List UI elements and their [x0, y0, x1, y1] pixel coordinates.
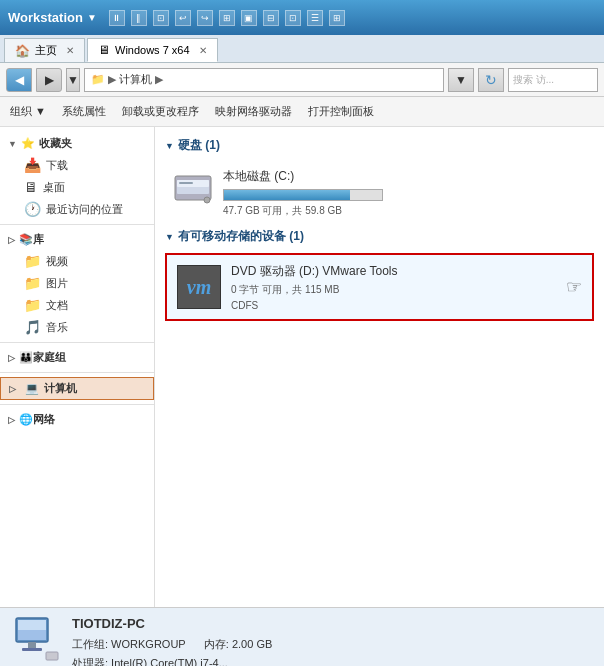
sidebar-item-downloads[interactable]: 📥 下载: [0, 154, 154, 176]
favorites-collapse-icon: ▼: [8, 139, 17, 149]
pc-name: TIOTDIZ-PC: [72, 613, 272, 635]
path-arrow: ▶: [108, 73, 116, 86]
status-bar: TIOTDIZ-PC 工作组: WORKGROUP 内存: 2.00 GB 处理…: [0, 607, 604, 666]
btn7[interactable]: ▣: [241, 10, 257, 26]
processor-info: 处理器: Intel(R) Core(TM) i7-4...: [72, 654, 272, 666]
toolbar: 组织 ▼ 系统属性 卸载或更改程序 映射网络驱动器 打开控制面板: [0, 97, 604, 127]
search-placeholder: 搜索 访...: [513, 73, 554, 87]
cursor-hint: ☞: [566, 276, 582, 298]
music-label: 音乐: [46, 320, 68, 335]
sidebar-item-video[interactable]: 📁 视频: [0, 250, 154, 272]
sidebar-item-documents[interactable]: 📁 文档: [0, 294, 154, 316]
sidebar-section-computer: ▷ 💻 计算机: [0, 377, 154, 400]
toolbar-organize[interactable]: 组织 ▼: [10, 104, 46, 119]
address-bar: ◀ ▶ ▼ 📁 ▶ 计算机 ▶ ▼ ↻ 搜索 访...: [0, 63, 604, 97]
sidebar-favorites-header[interactable]: ▼ ⭐ 收藏夹: [0, 133, 154, 154]
sidebar-section-network: ▷ 🌐 网络: [0, 409, 154, 430]
toolbar-controlpanel[interactable]: 打开控制面板: [308, 104, 374, 119]
status-info: TIOTDIZ-PC 工作组: WORKGROUP 内存: 2.00 GB 处理…: [72, 613, 272, 666]
sidebar-section-library: ▷ 📚 库 📁 视频 📁 图片 📁 文档 🎵 音乐: [0, 229, 154, 338]
tab-home[interactable]: 🏠 主页 ✕: [4, 38, 85, 62]
btn5[interactable]: ↪: [197, 10, 213, 26]
dvd-drive[interactable]: vm DVD 驱动器 (D:) VMware Tools 0 字节 可用，共 1…: [165, 253, 594, 321]
path-arrow2: ▶: [155, 73, 163, 86]
toolbar-mapnetwork[interactable]: 映射网络驱动器: [215, 104, 292, 119]
video-label: 视频: [46, 254, 68, 269]
drive-c-info: 本地磁盘 (C:) 47.7 GB 可用，共 59.8 GB: [223, 168, 586, 218]
main-area: ▼ ⭐ 收藏夹 📥 下载 🖥 桌面 🕐 最近访问的位置 ▷ 📚: [0, 127, 604, 607]
drive-c-size: 47.7 GB 可用，共 59.8 GB: [223, 204, 586, 218]
win7-tab-icon: 🖥: [98, 43, 110, 57]
btn6[interactable]: ⊞: [219, 10, 235, 26]
btn8[interactable]: ⊟: [263, 10, 279, 26]
tab-win7[interactable]: 🖥 Windows 7 x64 ✕: [87, 38, 218, 62]
title-controls: ⏸ ‖ ⊡ ↩ ↪ ⊞ ▣ ⊟ ⊡ ☰ ⊞: [109, 10, 345, 26]
tab-bar: 🏠 主页 ✕ 🖥 Windows 7 x64 ✕: [0, 35, 604, 63]
sidebar-item-recent[interactable]: 🕐 最近访问的位置: [0, 198, 154, 220]
toolbar-sysinfo[interactable]: 系统属性: [62, 104, 106, 119]
sidebar-item-pictures[interactable]: 📁 图片: [0, 272, 154, 294]
computer-icon: 💻: [25, 382, 39, 395]
music-icon: 🎵: [24, 319, 41, 335]
btn11[interactable]: ⊞: [329, 10, 345, 26]
drive-c-icon: [173, 172, 213, 214]
sidebar-item-music[interactable]: 🎵 音乐: [0, 316, 154, 338]
address-path[interactable]: 📁 ▶ 计算机 ▶: [84, 68, 444, 92]
back-button[interactable]: ◀: [6, 68, 32, 92]
network-collapse-icon: ▷: [8, 415, 15, 425]
sidebar-item-desktop[interactable]: 🖥 桌面: [0, 176, 154, 198]
tab-win7-close[interactable]: ✕: [199, 45, 207, 56]
btn2[interactable]: ‖: [131, 10, 147, 26]
uninstall-label: 卸载或更改程序: [122, 104, 199, 119]
drive-c-bar: [223, 189, 383, 201]
documents-label: 文档: [46, 298, 68, 313]
path-icon: 📁: [91, 73, 105, 86]
drive-c[interactable]: 本地磁盘 (C:) 47.7 GB 可用，共 59.8 GB: [165, 162, 594, 224]
sidebar-network-header[interactable]: ▷ 🌐 网络: [0, 409, 154, 430]
svg-rect-9: [22, 648, 42, 651]
app-title: Workstation: [8, 10, 83, 25]
network-icon: 🌐: [19, 413, 33, 426]
dvd-size: 0 字节 可用，共 115 MB: [231, 283, 556, 297]
video-icon: 📁: [24, 253, 41, 269]
dvd-info: DVD 驱动器 (D:) VMware Tools 0 字节 可用，共 115 …: [231, 263, 556, 311]
tab-home-close[interactable]: ✕: [66, 45, 74, 56]
sidebar: ▼ ⭐ 收藏夹 📥 下载 🖥 桌面 🕐 最近访问的位置 ▷ 📚: [0, 127, 155, 607]
title-bar: Workstation ▼ ⏸ ‖ ⊡ ↩ ↪ ⊞ ▣ ⊟ ⊡ ☰ ⊞: [0, 0, 604, 35]
organize-label: 组织 ▼: [10, 104, 46, 119]
btn3[interactable]: ⊡: [153, 10, 169, 26]
sidebar-section-homegroup: ▷ 👪 家庭组: [0, 347, 154, 368]
sidebar-computer-header[interactable]: ▷ 💻 计算机: [0, 377, 154, 400]
computer-label: 计算机: [44, 381, 77, 396]
desktop-label: 桌面: [43, 180, 65, 195]
removable-section-title: 有可移动存储的设备 (1): [165, 228, 594, 245]
network-label: 网络: [33, 412, 55, 427]
home-tab-icon: 🏠: [15, 44, 30, 58]
library-collapse-icon: ▷: [8, 235, 15, 245]
toolbar-uninstall[interactable]: 卸载或更改程序: [122, 104, 199, 119]
sidebar-homegroup-header[interactable]: ▷ 👪 家庭组: [0, 347, 154, 368]
mapnetwork-label: 映射网络驱动器: [215, 104, 292, 119]
sidebar-library-header[interactable]: ▷ 📚 库: [0, 229, 154, 250]
btn9[interactable]: ⊡: [285, 10, 301, 26]
dropdown-nav-button[interactable]: ▼: [66, 68, 80, 92]
forward-button[interactable]: ▶: [36, 68, 62, 92]
refresh-button[interactable]: ↻: [478, 68, 504, 92]
address-dropdown[interactable]: ▼: [448, 68, 474, 92]
pictures-label: 图片: [46, 276, 68, 291]
pictures-icon: 📁: [24, 275, 41, 291]
hard-disk-section-title: 硬盘 (1): [165, 137, 594, 154]
title-dropdown[interactable]: ▼: [87, 12, 97, 23]
pc-status-icon: [12, 614, 60, 666]
drive-c-fill: [224, 190, 350, 200]
homegroup-collapse-icon: ▷: [8, 353, 15, 363]
svg-rect-4: [179, 182, 193, 184]
computer-collapse-icon: ▷: [9, 384, 16, 394]
desktop-folder-icon: 🖥: [24, 179, 38, 195]
btn4[interactable]: ↩: [175, 10, 191, 26]
divider1: [0, 224, 154, 225]
btn10[interactable]: ☰: [307, 10, 323, 26]
pause-btn[interactable]: ⏸: [109, 10, 125, 26]
search-box[interactable]: 搜索 访...: [508, 68, 598, 92]
svg-rect-7: [18, 620, 46, 630]
